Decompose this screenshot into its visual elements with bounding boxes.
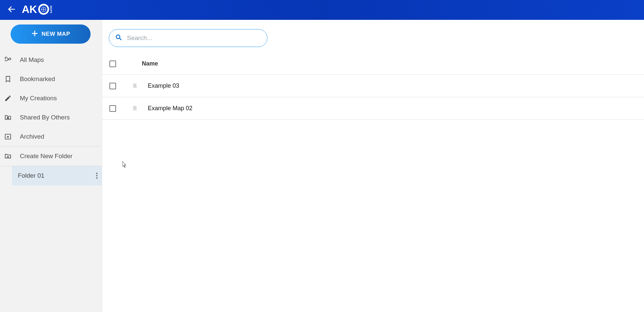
table-header: Name (102, 53, 644, 75)
column-header-name[interactable]: Name (128, 60, 158, 67)
more-vert-icon[interactable] (96, 172, 98, 179)
bookmark-icon[interactable] (128, 105, 142, 112)
sidebar-item-my-creations[interactable]: My Creations (0, 89, 102, 108)
bookmark-icon[interactable] (128, 82, 142, 90)
back-arrow-icon[interactable] (7, 5, 16, 15)
bookmark-icon (3, 75, 13, 83)
svg-point-13 (96, 173, 98, 174)
app-header: AK MAPS (0, 0, 644, 20)
ako-maps-logo: AK MAPS (22, 3, 63, 17)
table-row[interactable]: Example 03 (102, 75, 644, 97)
row-checkbox[interactable] (109, 105, 116, 112)
svg-text:MAPS: MAPS (50, 6, 53, 14)
search-box[interactable] (109, 29, 267, 47)
svg-text:AK: AK (22, 3, 37, 15)
folder-label: Folder 01 (18, 172, 44, 179)
search-input[interactable] (127, 34, 261, 42)
sidebar-item-label: Shared By Others (20, 114, 70, 121)
sidebar: NEW MAP All Maps Bookmarked My Creations (0, 20, 102, 312)
sidebar-item-shared[interactable]: Shared By Others (0, 108, 102, 127)
sidebar-item-label: Bookmarked (20, 75, 55, 83)
sidebar-item-label: Archived (20, 133, 44, 140)
shared-folder-icon (3, 114, 13, 121)
new-map-label: NEW MAP (42, 31, 70, 37)
archive-icon (3, 133, 13, 140)
row-name: Example Map 02 (142, 105, 192, 112)
search-icon (115, 34, 122, 42)
sidebar-create-folder[interactable]: Create New Folder (0, 147, 102, 166)
sidebar-item-label: All Maps (20, 56, 44, 64)
new-map-button[interactable]: NEW MAP (11, 24, 91, 44)
main-content: Name Example 03 Example Map 02 (102, 20, 644, 312)
pencil-icon (3, 95, 13, 102)
sidebar-folder-item[interactable]: Folder 01 (12, 166, 102, 185)
sidebar-item-all-maps[interactable]: All Maps (0, 50, 102, 69)
sidebar-item-archived[interactable]: Archived (0, 127, 102, 146)
create-folder-label: Create New Folder (20, 153, 72, 160)
infinity-icon (3, 56, 13, 64)
plus-icon (31, 30, 38, 39)
row-name: Example 03 (142, 82, 179, 89)
svg-point-14 (96, 175, 98, 176)
sidebar-nav: All Maps Bookmarked My Creations Shared … (0, 50, 102, 146)
select-all-checkbox[interactable] (109, 61, 116, 67)
new-folder-icon (3, 153, 13, 160)
row-checkbox[interactable] (109, 83, 116, 89)
sidebar-item-bookmarked[interactable]: Bookmarked (0, 69, 102, 89)
sidebar-item-label: My Creations (20, 95, 57, 102)
svg-point-15 (96, 177, 98, 179)
table-row[interactable]: Example Map 02 (102, 97, 644, 120)
svg-line-17 (120, 38, 121, 40)
